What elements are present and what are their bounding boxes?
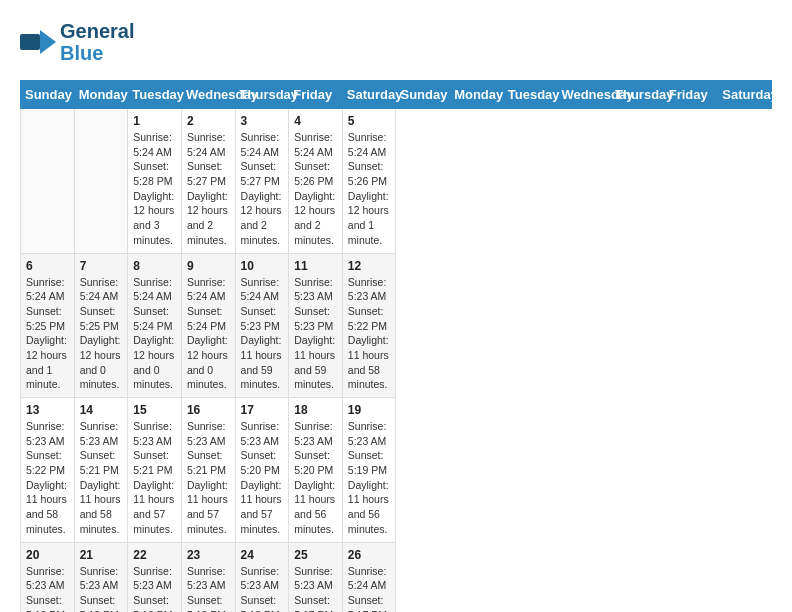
day-number: 7: [80, 259, 123, 273]
calendar-cell: [21, 109, 75, 254]
calendar-cell: 5Sunrise: 5:24 AM Sunset: 5:26 PM Daylig…: [342, 109, 396, 254]
column-header-sunday: Sunday: [21, 81, 75, 109]
column-header-friday: Friday: [289, 81, 343, 109]
calendar-cell: 24Sunrise: 5:23 AM Sunset: 5:18 PM Dayli…: [235, 542, 289, 612]
calendar-cell: 6Sunrise: 5:24 AM Sunset: 5:25 PM Daylig…: [21, 253, 75, 398]
day-number: 18: [294, 403, 337, 417]
day-info: Sunrise: 5:23 AM Sunset: 5:19 PM Dayligh…: [80, 564, 123, 613]
column-header-wednesday: Wednesday: [557, 81, 611, 109]
column-header-monday: Monday: [450, 81, 504, 109]
day-info: Sunrise: 5:24 AM Sunset: 5:26 PM Dayligh…: [294, 130, 337, 248]
day-info: Sunrise: 5:24 AM Sunset: 5:24 PM Dayligh…: [133, 275, 176, 393]
day-info: Sunrise: 5:23 AM Sunset: 5:22 PM Dayligh…: [26, 419, 69, 537]
column-header-saturday: Saturday: [342, 81, 396, 109]
calendar-cell: 26Sunrise: 5:24 AM Sunset: 5:17 PM Dayli…: [342, 542, 396, 612]
calendar-cell: 20Sunrise: 5:23 AM Sunset: 5:19 PM Dayli…: [21, 542, 75, 612]
day-info: Sunrise: 5:23 AM Sunset: 5:22 PM Dayligh…: [348, 275, 391, 393]
day-number: 24: [241, 548, 284, 562]
day-number: 13: [26, 403, 69, 417]
column-header-tuesday: Tuesday: [503, 81, 557, 109]
calendar-cell: 14Sunrise: 5:23 AM Sunset: 5:21 PM Dayli…: [74, 398, 128, 543]
logo-text-blue: Blue: [60, 42, 134, 64]
column-header-friday: Friday: [664, 81, 718, 109]
day-number: 22: [133, 548, 176, 562]
calendar-cell: 17Sunrise: 5:23 AM Sunset: 5:20 PM Dayli…: [235, 398, 289, 543]
calendar-week-row: 20Sunrise: 5:23 AM Sunset: 5:19 PM Dayli…: [21, 542, 772, 612]
column-header-saturday: Saturday: [718, 81, 772, 109]
calendar-cell: 13Sunrise: 5:23 AM Sunset: 5:22 PM Dayli…: [21, 398, 75, 543]
day-info: Sunrise: 5:24 AM Sunset: 5:25 PM Dayligh…: [80, 275, 123, 393]
day-number: 8: [133, 259, 176, 273]
calendar-table: SundayMondayTuesdayWednesdayThursdayFrid…: [20, 80, 772, 612]
calendar-cell: 12Sunrise: 5:23 AM Sunset: 5:22 PM Dayli…: [342, 253, 396, 398]
calendar-cell: 2Sunrise: 5:24 AM Sunset: 5:27 PM Daylig…: [181, 109, 235, 254]
day-number: 9: [187, 259, 230, 273]
logo-icon: [20, 26, 56, 58]
day-number: 26: [348, 548, 391, 562]
day-info: Sunrise: 5:23 AM Sunset: 5:20 PM Dayligh…: [241, 419, 284, 537]
day-info: Sunrise: 5:23 AM Sunset: 5:17 PM Dayligh…: [294, 564, 337, 613]
calendar-cell: 19Sunrise: 5:23 AM Sunset: 5:19 PM Dayli…: [342, 398, 396, 543]
column-header-sunday: Sunday: [396, 81, 450, 109]
calendar-cell: 8Sunrise: 5:24 AM Sunset: 5:24 PM Daylig…: [128, 253, 182, 398]
day-info: Sunrise: 5:24 AM Sunset: 5:25 PM Dayligh…: [26, 275, 69, 393]
day-number: 19: [348, 403, 391, 417]
calendar-cell: 16Sunrise: 5:23 AM Sunset: 5:21 PM Dayli…: [181, 398, 235, 543]
day-info: Sunrise: 5:24 AM Sunset: 5:27 PM Dayligh…: [187, 130, 230, 248]
day-number: 10: [241, 259, 284, 273]
column-header-thursday: Thursday: [235, 81, 289, 109]
logo: General Blue: [20, 20, 134, 64]
day-number: 25: [294, 548, 337, 562]
day-number: 16: [187, 403, 230, 417]
calendar-cell: 4Sunrise: 5:24 AM Sunset: 5:26 PM Daylig…: [289, 109, 343, 254]
day-info: Sunrise: 5:23 AM Sunset: 5:21 PM Dayligh…: [187, 419, 230, 537]
day-number: 17: [241, 403, 284, 417]
day-info: Sunrise: 5:24 AM Sunset: 5:23 PM Dayligh…: [241, 275, 284, 393]
day-info: Sunrise: 5:23 AM Sunset: 5:19 PM Dayligh…: [348, 419, 391, 537]
day-number: 21: [80, 548, 123, 562]
calendar-cell: [74, 109, 128, 254]
day-info: Sunrise: 5:23 AM Sunset: 5:21 PM Dayligh…: [133, 419, 176, 537]
calendar-week-row: 13Sunrise: 5:23 AM Sunset: 5:22 PM Dayli…: [21, 398, 772, 543]
day-number: 12: [348, 259, 391, 273]
column-header-wednesday: Wednesday: [181, 81, 235, 109]
day-info: Sunrise: 5:24 AM Sunset: 5:24 PM Dayligh…: [187, 275, 230, 393]
calendar-cell: 9Sunrise: 5:24 AM Sunset: 5:24 PM Daylig…: [181, 253, 235, 398]
calendar-cell: 1Sunrise: 5:24 AM Sunset: 5:28 PM Daylig…: [128, 109, 182, 254]
day-info: Sunrise: 5:23 AM Sunset: 5:19 PM Dayligh…: [26, 564, 69, 613]
day-info: Sunrise: 5:23 AM Sunset: 5:20 PM Dayligh…: [294, 419, 337, 537]
day-info: Sunrise: 5:23 AM Sunset: 5:18 PM Dayligh…: [187, 564, 230, 613]
day-info: Sunrise: 5:24 AM Sunset: 5:17 PM Dayligh…: [348, 564, 391, 613]
day-number: 4: [294, 114, 337, 128]
logo-text-general: General: [60, 20, 134, 42]
day-info: Sunrise: 5:24 AM Sunset: 5:26 PM Dayligh…: [348, 130, 391, 248]
day-info: Sunrise: 5:23 AM Sunset: 5:21 PM Dayligh…: [80, 419, 123, 537]
day-info: Sunrise: 5:24 AM Sunset: 5:28 PM Dayligh…: [133, 130, 176, 248]
day-number: 23: [187, 548, 230, 562]
day-number: 6: [26, 259, 69, 273]
day-info: Sunrise: 5:23 AM Sunset: 5:18 PM Dayligh…: [133, 564, 176, 613]
calendar-week-row: 6Sunrise: 5:24 AM Sunset: 5:25 PM Daylig…: [21, 253, 772, 398]
day-info: Sunrise: 5:23 AM Sunset: 5:23 PM Dayligh…: [294, 275, 337, 393]
calendar-cell: 23Sunrise: 5:23 AM Sunset: 5:18 PM Dayli…: [181, 542, 235, 612]
calendar-cell: 21Sunrise: 5:23 AM Sunset: 5:19 PM Dayli…: [74, 542, 128, 612]
day-number: 11: [294, 259, 337, 273]
day-number: 1: [133, 114, 176, 128]
day-number: 14: [80, 403, 123, 417]
day-info: Sunrise: 5:24 AM Sunset: 5:27 PM Dayligh…: [241, 130, 284, 248]
calendar-cell: 22Sunrise: 5:23 AM Sunset: 5:18 PM Dayli…: [128, 542, 182, 612]
calendar-header-row: SundayMondayTuesdayWednesdayThursdayFrid…: [21, 81, 772, 109]
svg-rect-0: [20, 34, 40, 50]
calendar-cell: 11Sunrise: 5:23 AM Sunset: 5:23 PM Dayli…: [289, 253, 343, 398]
page-header: General Blue: [20, 20, 772, 64]
calendar-cell: 25Sunrise: 5:23 AM Sunset: 5:17 PM Dayli…: [289, 542, 343, 612]
calendar-cell: 15Sunrise: 5:23 AM Sunset: 5:21 PM Dayli…: [128, 398, 182, 543]
day-number: 3: [241, 114, 284, 128]
calendar-cell: 10Sunrise: 5:24 AM Sunset: 5:23 PM Dayli…: [235, 253, 289, 398]
calendar-cell: 3Sunrise: 5:24 AM Sunset: 5:27 PM Daylig…: [235, 109, 289, 254]
day-number: 15: [133, 403, 176, 417]
column-header-tuesday: Tuesday: [128, 81, 182, 109]
day-number: 2: [187, 114, 230, 128]
calendar-cell: 7Sunrise: 5:24 AM Sunset: 5:25 PM Daylig…: [74, 253, 128, 398]
day-info: Sunrise: 5:23 AM Sunset: 5:18 PM Dayligh…: [241, 564, 284, 613]
